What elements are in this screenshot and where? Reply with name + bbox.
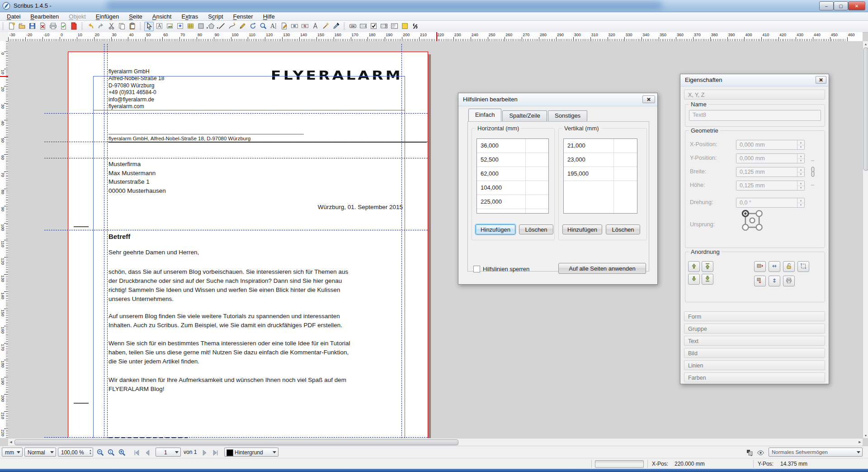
zoom-out-button[interactable] [96, 448, 105, 457]
quality-select[interactable]: Normal [24, 448, 56, 457]
preflight-verifier-button[interactable] [59, 22, 68, 31]
print-document-button[interactable] [48, 22, 58, 31]
cut-button[interactable] [107, 22, 116, 31]
pdf-combo-box-button[interactable] [379, 22, 389, 31]
menu-objekt[interactable]: Objekt [64, 13, 91, 20]
vision-mode-select[interactable]: Normales Sehvermögen [769, 448, 863, 457]
horizontal-ruler[interactable]: -30-20-100102030405060708090100110120130… [8, 32, 863, 42]
pdf-list-box-button[interactable] [390, 22, 399, 31]
horizontal-delete-button[interactable]: Löschen [519, 224, 553, 234]
menu-bearbeiten[interactable]: Bearbeiten [25, 13, 64, 20]
copy-button[interactable] [117, 22, 127, 31]
horizontal-guide[interactable] [44, 230, 428, 230]
section-bild-header[interactable]: Bild [684, 348, 825, 358]
horizontal-add-button[interactable]: Hinzufügen [476, 224, 515, 234]
vertical-ruler[interactable]: 0102030405060708090100110120130140150160… [0, 41, 9, 438]
basepoint-widget[interactable] [741, 209, 764, 234]
vertical-scrollbar[interactable]: ▲ ▼ [863, 41, 868, 438]
zoom-in-button[interactable] [118, 448, 127, 457]
guide-value-row[interactable]: 23,000 [564, 153, 637, 167]
geometry-field-2[interactable]: 0,125 mm▲▼ [736, 167, 805, 177]
lower-to-bottom-button[interactable] [702, 274, 713, 285]
lock-size-button[interactable] [797, 261, 809, 272]
insert-render-frame-button[interactable] [175, 22, 185, 31]
insert-polygon-button[interactable]: ▾ [207, 22, 216, 31]
minimize-button[interactable]: – [819, 1, 834, 10]
zoom-100-button[interactable]: 1 [107, 448, 116, 457]
menu-extras[interactable]: Extras [176, 13, 203, 20]
tab-spaltezeile[interactable]: Spalte/Zeile [502, 110, 547, 121]
ruler-origin-box[interactable] [0, 32, 9, 42]
close-button[interactable]: ✕ [848, 1, 865, 10]
measurements-button[interactable] [311, 22, 320, 31]
name-field[interactable]: Text8 [689, 110, 821, 121]
horizontal-guides-list[interactable]: 36,00052,50062,000104,000225,000 [476, 138, 549, 214]
lock-guides-checkbox[interactable] [473, 266, 480, 272]
maximize-button[interactable]: ▢ [834, 1, 848, 10]
insert-freehand-line-button[interactable] [238, 22, 247, 31]
menu-seite[interactable]: Seite [124, 13, 147, 20]
eye-dropper-button[interactable] [331, 22, 341, 31]
edit-contents-button[interactable]: A [269, 22, 278, 31]
properties-titlebar[interactable]: Eigenschaften 🗙 [680, 74, 829, 86]
section-text-header[interactable]: Text [684, 336, 825, 346]
guide-value-row[interactable]: 225,000 [477, 195, 548, 209]
new-document-button[interactable] [7, 22, 16, 31]
menu-einfgen[interactable]: Einfügen [91, 13, 124, 20]
geometry-field-0[interactable]: 0,000 mm▲▼ [736, 140, 805, 150]
menu-datei[interactable]: Datei [2, 13, 25, 20]
rotate-item-button[interactable] [248, 22, 258, 31]
pdf-text-field-button[interactable] [359, 22, 368, 31]
guides-dialog-close-icon[interactable]: 🗙 [642, 95, 655, 103]
unlock-button[interactable] [783, 261, 795, 272]
section-gruppe-header[interactable]: Gruppe [684, 324, 825, 334]
horizontal-guide[interactable] [44, 158, 428, 158]
menu-ansicht[interactable]: Ansicht [147, 13, 177, 20]
paste-button[interactable] [127, 22, 137, 31]
link-text-frames-button[interactable] [290, 22, 299, 31]
guide-value-row[interactable]: 52,500 [477, 153, 548, 167]
insert-image-frame-button[interactable] [165, 22, 175, 31]
horizontal-scrollbar-thumb[interactable] [14, 439, 458, 445]
redo-button[interactable] [96, 22, 106, 31]
arrows-horizontal-button[interactable] [769, 261, 780, 272]
scroll-down-icon[interactable]: ▼ [863, 433, 868, 438]
first-page-button[interactable] [132, 448, 141, 457]
text-annotation-button[interactable] [400, 22, 410, 31]
raise-level-button[interactable] [688, 261, 700, 272]
guide-value-row[interactable]: 62,000 [477, 167, 548, 181]
geometry-field-1[interactable]: 0,000 mm▲▼ [736, 153, 805, 163]
raise-to-top-button[interactable] [702, 261, 713, 272]
export-pdf-button[interactable] [69, 22, 79, 31]
unit-select[interactable]: mm [2, 448, 23, 457]
scroll-right-icon[interactable]: ▶ [857, 439, 863, 445]
tab-sonstiges[interactable]: Sonstiges [548, 110, 587, 121]
pdf-check-box-button[interactable] [369, 22, 378, 31]
layer-select[interactable]: Hintergrund [224, 448, 278, 457]
menu-hilfe[interactable]: Hilfe [258, 13, 280, 20]
last-page-button[interactable] [211, 448, 220, 457]
undo-button[interactable] [86, 22, 95, 31]
vertical-delete-button[interactable]: Löschen [606, 224, 640, 234]
horizontal-guide[interactable] [44, 437, 428, 438]
unlink-text-frames-button[interactable] [300, 22, 310, 31]
guide-value-row[interactable]: 36,000 [477, 139, 548, 153]
guide-value-row[interactable]: 195,000 [564, 167, 637, 181]
link-annotation-button[interactable] [410, 22, 420, 31]
pdf-push-button-button[interactable]: OK [348, 22, 358, 31]
insert-line-button[interactable] [217, 22, 226, 31]
horizontal-guide[interactable] [44, 142, 428, 142]
section-form-header[interactable]: Form [684, 311, 825, 321]
vertical-add-button[interactable]: Hinzufügen [562, 224, 602, 234]
scroll-up-icon[interactable]: ▲ [863, 41, 868, 47]
flip-horizontal-button[interactable] [754, 261, 766, 272]
close-document-button[interactable] [38, 22, 47, 31]
properties-close-icon[interactable]: 🗙 [816, 76, 826, 84]
scroll-left-icon[interactable]: ◀ [8, 439, 14, 445]
menu-fenster[interactable]: Fenster [228, 13, 258, 20]
insert-shape-button[interactable]: ▾ [196, 22, 206, 31]
flip-vertical-button[interactable] [754, 276, 766, 286]
arrows-vertical-button[interactable] [769, 276, 780, 286]
insert-table-button[interactable] [186, 22, 195, 31]
vertical-guide[interactable] [401, 44, 402, 438]
